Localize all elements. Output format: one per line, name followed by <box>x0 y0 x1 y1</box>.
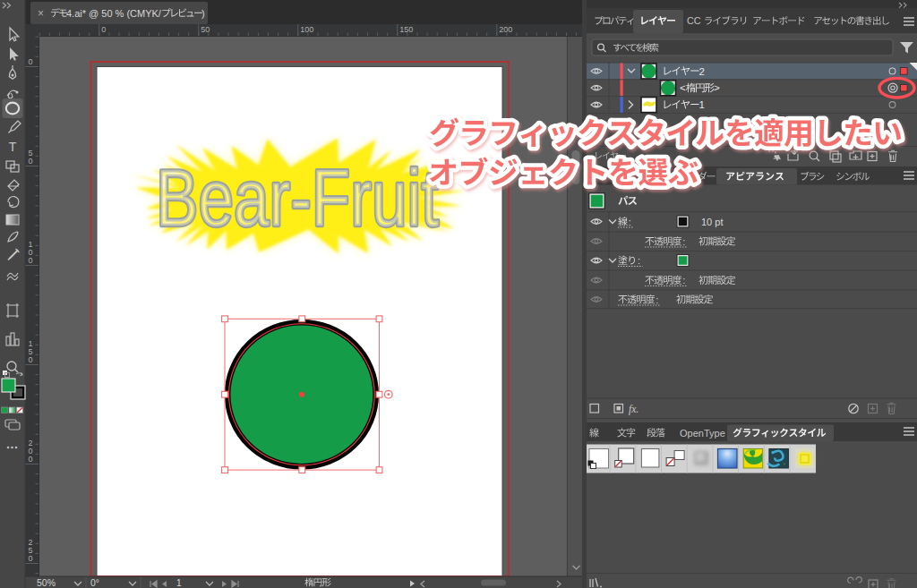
svg-text::: : <box>629 217 631 227</box>
svg-text:<: < <box>680 82 686 93</box>
svg-text:OpenType: OpenType <box>680 428 725 439</box>
svg-text:>: > <box>714 82 720 93</box>
svg-text:0: 0 <box>29 355 33 364</box>
svg-text:0: 0 <box>29 455 33 464</box>
svg-text:0: 0 <box>29 256 33 265</box>
svg-text:0: 0 <box>29 157 33 166</box>
svg-text:0: 0 <box>101 25 106 34</box>
svg-text:0: 0 <box>29 57 33 66</box>
svg-text:10 pt: 10 pt <box>701 217 723 227</box>
svg-text:0: 0 <box>29 554 33 563</box>
svg-text:2: 2 <box>699 66 705 77</box>
svg-text::: : <box>656 294 658 305</box>
svg-text:200: 200 <box>499 25 512 34</box>
svg-text:Bear-Fruit: Bear-Fruit <box>156 155 439 243</box>
svg-text:50: 50 <box>201 25 210 34</box>
svg-text::: : <box>638 255 640 266</box>
svg-text:T: T <box>9 140 17 154</box>
svg-text:fx.: fx. <box>629 404 638 415</box>
svg-text::: : <box>682 275 685 285</box>
svg-text:100: 100 <box>300 25 313 34</box>
svg-text:): ) <box>201 8 205 19</box>
svg-text:×: × <box>38 7 44 20</box>
svg-text:50%: 50% <box>37 577 56 588</box>
svg-text:4.ai* @ 50 % (CMYK/: 4.ai* @ 50 % (CMYK/ <box>66 8 162 19</box>
svg-text:0°: 0° <box>90 577 99 588</box>
svg-text:1: 1 <box>176 578 182 588</box>
svg-text::: : <box>682 236 685 247</box>
svg-text:CC: CC <box>687 15 701 26</box>
svg-text:1: 1 <box>699 99 705 110</box>
svg-text:150: 150 <box>399 25 413 34</box>
